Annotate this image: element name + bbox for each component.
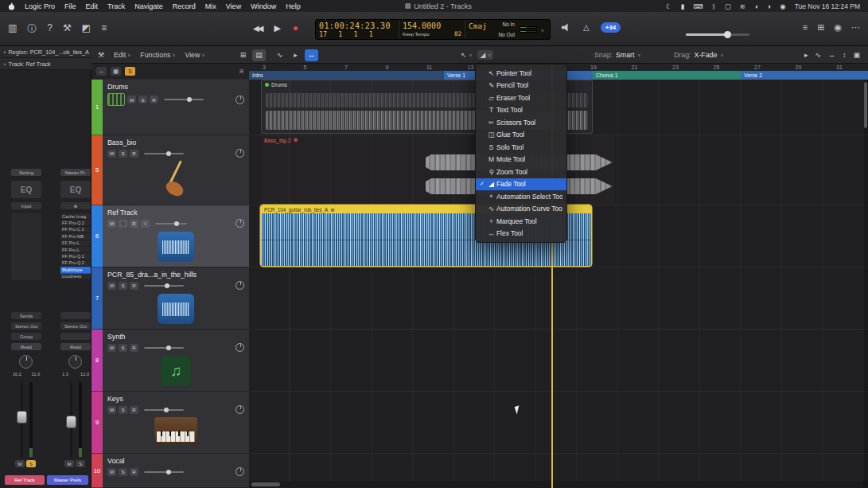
lane-synth[interactable] [249, 330, 868, 392]
track-header-vocal[interactable]: 10 Vocal M S R [91, 454, 249, 488]
status-display-icon[interactable]: ▢ [725, 2, 731, 10]
volume-slider[interactable] [144, 153, 184, 154]
eq-thumbnail-right[interactable]: EQ [60, 181, 91, 198]
track-name[interactable]: Vocal [107, 457, 244, 465]
note-pads-icon[interactable]: ⊞ [817, 22, 824, 33]
volume-icon[interactable] [562, 23, 572, 33]
audio-fx-area-left[interactable] [11, 213, 41, 280]
track-zoom-menu-icon[interactable]: ≋ [239, 68, 244, 75]
media-browser-icon[interactable]: ⋯ [851, 22, 860, 33]
volume-slider[interactable] [164, 99, 204, 100]
channel-name-tab-left[interactable]: Ref Track [5, 475, 45, 485]
region-inspector-header[interactable]: Region: PCR_104_...ob_ties_A [0, 46, 91, 58]
status-moon-icon[interactable]: ☾ [666, 2, 672, 10]
menu-edit[interactable]: Edit [86, 2, 99, 10]
volume-slider[interactable] [144, 409, 184, 411]
mixer-icon[interactable]: ≡ [101, 22, 107, 36]
tool-menu-item-mute-tool[interactable]: M Mute Tool [476, 154, 566, 166]
tool-menu-item-flex-tool[interactable]: ↔ Flex Tool [476, 228, 566, 240]
scrollbar-handle[interactable] [251, 482, 280, 486]
track-zoom-icon[interactable]: ▣ [853, 51, 860, 59]
tool-icon[interactable]: ⚒ [98, 51, 104, 59]
marker-verse-2[interactable]: Verse 2 [741, 71, 868, 80]
level-badge[interactable]: +34 [601, 22, 621, 33]
plugin-ff-pro-q-2[interactable]: FF Pro-Q 2 [60, 253, 91, 260]
record-enable-button[interactable]: R [130, 406, 138, 414]
solo-button[interactable]: S [119, 406, 127, 414]
plugin-ff-pro-l[interactable]: FF Pro-L [60, 247, 91, 253]
menubar-clock[interactable]: Tue Nov 16 12:24 PM [795, 2, 860, 10]
track-header-ref-track[interactable]: 6 Ref Track M S R I [91, 205, 249, 267]
plugin-ff-pro-l[interactable]: FF Pro-L [60, 240, 91, 247]
tool-menu-item-marquee-tool[interactable]: + Marquee Tool [476, 215, 566, 228]
track-name[interactable]: Keys [107, 395, 244, 403]
list-editors-icon[interactable]: ≡ [803, 22, 808, 33]
volume-slider-handle[interactable] [164, 408, 169, 412]
volume-slider-handle[interactable] [187, 97, 192, 102]
solo-button[interactable]: S [119, 282, 127, 290]
vertical-zoom-icon[interactable]: ↕ [843, 51, 847, 59]
input-slot-right[interactable]: ⊕ [60, 202, 91, 209]
horizontal-scrollbar[interactable] [249, 481, 868, 488]
flex-view-button[interactable]: ↔ [305, 49, 318, 61]
disclosure-triangle-icon[interactable] [4, 49, 6, 54]
menu-help[interactable]: Help [286, 2, 301, 10]
lane-keys[interactable] [249, 392, 868, 454]
channel-setting-button-right[interactable]: Master Pr. [60, 169, 91, 176]
pan-knob[interactable] [235, 405, 244, 414]
horizontal-zoom-icon[interactable]: ↔ [828, 51, 835, 59]
record-button[interactable] [293, 22, 298, 33]
channel-fader-right[interactable] [60, 382, 91, 457]
pan-knob[interactable] [235, 96, 244, 104]
scrollbar-handle[interactable] [864, 82, 867, 128]
input-slot-left[interactable]: Input [11, 202, 41, 209]
output-slot-right[interactable]: Stereo Out [60, 322, 91, 330]
grid-view-button[interactable]: ⊞ [236, 49, 250, 61]
solo-button[interactable]: S [26, 460, 36, 467]
volume-slider-handle[interactable] [166, 470, 171, 474]
marker-chorus-1[interactable]: Chorus 1 [593, 71, 741, 80]
plugin-multivoice[interactable]: MultiVoice [60, 267, 91, 273]
status-keyboard-icon[interactable]: ⌨ [693, 2, 703, 10]
track-name[interactable]: PCR_85_dra...a_in_the_hills [107, 271, 244, 279]
catch-playhead-icon[interactable]: ▸ [804, 51, 808, 59]
track-name[interactable]: Drums [107, 83, 244, 91]
volume-slider-handle[interactable] [166, 151, 171, 156]
solo-button[interactable]: S [119, 468, 127, 476]
library-icon[interactable]: ▥ [8, 22, 17, 36]
track-inspector-header[interactable]: Track: Ref Track [0, 58, 91, 70]
status-bluetooth-icon[interactable]: ᛒ [712, 2, 716, 10]
snap-menu[interactable]: Snap: Smart [590, 46, 646, 64]
pan-knob[interactable] [235, 149, 244, 158]
volume-slider-handle[interactable] [165, 283, 169, 288]
channel-name-tab-right[interactable]: Master Prefs [47, 475, 88, 485]
tool-menu-item-glue-tool[interactable]: ◫ Glue Tool [476, 129, 566, 142]
group-slot[interactable]: Group [11, 333, 41, 340]
quick-help-icon[interactable]: ? [47, 22, 53, 36]
play-button[interactable] [274, 23, 280, 33]
tool-menu-item-automation-curve-tool[interactable]: ∿ Automation Curve Tool [476, 203, 566, 216]
track-name[interactable]: Synth [107, 333, 244, 341]
record-enable-button[interactable]: R [130, 282, 138, 290]
channel-fader-left[interactable] [11, 382, 41, 457]
menu-view[interactable]: View [226, 2, 241, 10]
status-siri-icon[interactable]: ◉ [780, 2, 785, 10]
plugin-ff-pro-q-2[interactable]: FF Pro-Q 2 [60, 220, 91, 226]
global-solo-button[interactable]: S [125, 67, 135, 76]
menu-window[interactable]: Window [251, 2, 276, 10]
master-volume-knob[interactable] [724, 31, 731, 38]
volume-slider[interactable] [144, 471, 184, 473]
lane-pcr-85[interactable] [249, 267, 868, 330]
record-enable-button[interactable]: R [150, 96, 158, 103]
disclosure-triangle-icon[interactable] [4, 61, 6, 66]
pan-knob-right[interactable] [68, 355, 82, 369]
volume-slider[interactable] [155, 223, 187, 224]
volume-slider[interactable] [144, 347, 184, 349]
input-monitor-button[interactable]: I [141, 220, 150, 228]
mute-button[interactable]: M [107, 150, 116, 158]
collapse-tracks-button[interactable]: – [96, 67, 107, 76]
toolbar-menu-edit[interactable]: Edit [114, 51, 130, 59]
record-enable-button[interactable]: R [130, 344, 138, 352]
toolbox-icon[interactable]: ⚒ [63, 22, 72, 36]
volume-slider[interactable] [144, 285, 184, 287]
